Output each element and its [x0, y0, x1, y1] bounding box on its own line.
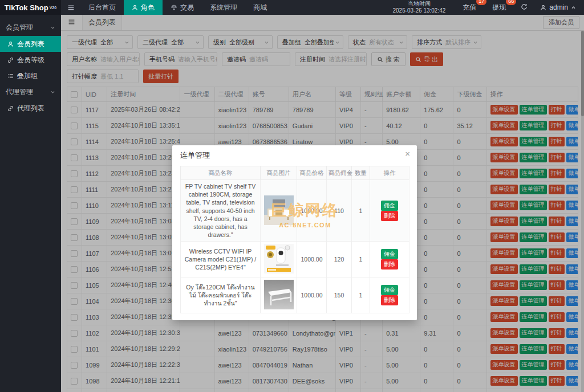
- product-column-header: 操作: [370, 166, 409, 180]
- product-image-cell: [261, 180, 297, 242]
- product-image: [264, 244, 294, 273]
- product-actions: 佣金删除: [370, 277, 409, 313]
- delete-button[interactable]: 删除: [381, 295, 398, 305]
- nav-item-mall[interactable]: 商城: [245, 0, 275, 15]
- sidebar-item-3[interactable]: 叠加组: [0, 68, 61, 84]
- chain-order-modal: 连单管理 × 商品名称商品图片商品价格商品佣金数量操作 FP TV cabine…: [172, 145, 417, 320]
- list-icon: [7, 73, 14, 79]
- person-icon: [132, 5, 138, 11]
- logo-version: V20: [50, 6, 56, 10]
- chevron-down-icon: [50, 25, 55, 30]
- product-column-header: 商品图片: [261, 166, 297, 180]
- product-row: FP TV cabinet TV shelf TV cabinet 190CM,…: [181, 180, 409, 242]
- delete-button[interactable]: 删除: [381, 211, 398, 221]
- product-commission: 110: [327, 180, 352, 242]
- modal-title: 连单管理: [180, 151, 210, 160]
- nav-item-home[interactable]: 后台首页: [80, 0, 124, 15]
- local-time: 当地时间 2025-03-26 13:02:42: [392, 1, 445, 15]
- product-actions: 佣金删除: [370, 180, 409, 242]
- product-column-header: 数量: [352, 166, 370, 180]
- person-icon: [540, 5, 546, 11]
- product-price: 1000.00: [297, 242, 327, 277]
- close-icon[interactable]: ×: [405, 149, 410, 158]
- product-image: [264, 280, 294, 309]
- product-qty: 1: [352, 277, 370, 313]
- withdraw-badge: 66: [506, 0, 516, 5]
- product-name: FP TV cabinet TV shelf TV cabinet 190CM,…: [181, 180, 261, 242]
- link-icon: [7, 105, 14, 112]
- chevron-up-icon: [571, 5, 576, 10]
- sidebar-group-4[interactable]: 代理管理: [0, 84, 61, 100]
- commission-button[interactable]: 佣金: [381, 201, 398, 211]
- nav-item-trade[interactable]: 交易: [163, 0, 202, 15]
- recharge-badge: 17: [476, 0, 486, 5]
- user-menu[interactable]: admin: [537, 3, 584, 11]
- commission-button[interactable]: 佣金: [381, 249, 398, 259]
- product-name: Wireless CCTV WIFI IP Camera model C21(1…: [181, 242, 261, 277]
- product-header-row: 商品名称商品图片商品价格商品佣金数量操作: [181, 166, 409, 180]
- sidebar-item-1[interactable]: 会员列表: [0, 36, 61, 52]
- top-navbar: TikTok ShopV20 后台首页角色交易系统管理商城 当地时间 2025-…: [0, 0, 584, 15]
- product-price: 1000.00: [297, 180, 327, 242]
- product-column-header: 商品佣金: [327, 166, 352, 180]
- nav-right-section: 当地时间 2025-03-26 13:02:42 充值 17 提现 66 adm…: [392, 0, 584, 15]
- product-column-header: 商品名称: [181, 166, 261, 180]
- chevron-down-icon: [50, 89, 55, 95]
- product-commission: 120: [327, 242, 352, 277]
- sidebar: 会员管理会员列表会员等级叠加组代理管理代理列表: [0, 15, 61, 392]
- nav-hamburger-icon[interactable]: [61, 0, 80, 15]
- modal-body: 商品名称商品图片商品价格商品佣金数量操作 FP TV cabinet TV sh…: [172, 165, 417, 320]
- sidebar-group-0[interactable]: 会员管理: [0, 19, 61, 36]
- scales-icon: [171, 4, 177, 11]
- recharge-link[interactable]: 充值 17: [457, 3, 482, 13]
- modal-header: 连单管理 ×: [172, 145, 417, 165]
- product-actions: 佣金删除: [370, 242, 409, 277]
- username: admin: [549, 3, 568, 11]
- sidebar-item-5[interactable]: 代理列表: [0, 100, 61, 116]
- product-image: [264, 195, 294, 225]
- nav-item-system[interactable]: 系统管理: [202, 0, 245, 15]
- product-row: Wireless CCTV WIFI IP Camera model C21(1…: [181, 242, 409, 277]
- product-image-cell: [261, 242, 297, 277]
- nav-item-roles[interactable]: 角色: [124, 0, 163, 15]
- commission-button[interactable]: 佣金: [381, 285, 398, 295]
- product-column-header: 商品价格: [297, 166, 327, 180]
- product-commission: 150: [327, 277, 352, 313]
- app-logo: TikTok ShopV20: [0, 0, 61, 15]
- product-table: 商品名称商品图片商品价格商品佣金数量操作 FP TV cabinet TV sh…: [180, 166, 409, 313]
- nav-menu: 后台首页角色交易系统管理商城: [80, 0, 275, 15]
- sidebar-item-2[interactable]: 会员等级: [0, 52, 61, 68]
- product-qty: 1: [352, 180, 370, 242]
- product-price: 1000.00: [297, 277, 327, 313]
- person-icon: [7, 41, 14, 47]
- time-value: 2025-03-26 13:02:42: [392, 7, 445, 15]
- product-qty: 1: [352, 242, 370, 277]
- withdraw-link[interactable]: 提现 66: [486, 3, 512, 13]
- refresh-icon[interactable]: [512, 3, 537, 12]
- delete-button[interactable]: 删除: [381, 259, 398, 270]
- product-name: Oy โต๊ะ120CM โต๊ะทำงานไม้ โต๊ะคอมพิวเตอร…: [181, 277, 261, 313]
- product-image-cell: [261, 277, 297, 313]
- product-row: Oy โต๊ะ120CM โต๊ะทำงานไม้ โต๊ะคอมพิวเตอร…: [181, 277, 409, 313]
- link-icon: [7, 57, 14, 63]
- time-label: 当地时间: [392, 1, 445, 8]
- logo-text: TikTok Shop: [5, 3, 48, 12]
